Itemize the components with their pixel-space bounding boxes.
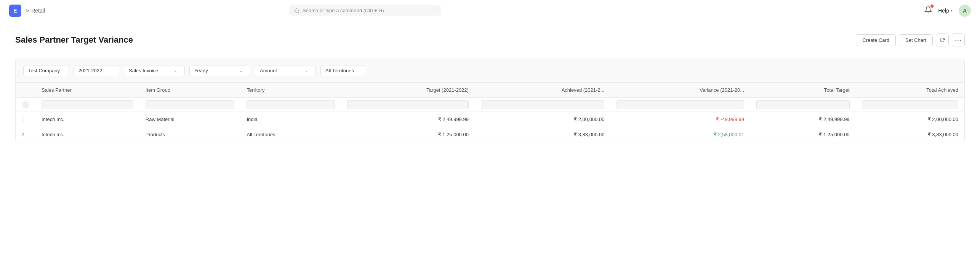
- topnav-right: Help ▾ A: [924, 5, 971, 17]
- doctype-filter[interactable]: Sales Invoice ⌄: [124, 65, 185, 76]
- filter-cell-ach[interactable]: [475, 98, 610, 112]
- table-row: 2 Intech Inc. Products All Territories ₹…: [16, 127, 964, 142]
- cell-item-group: Products: [139, 127, 241, 142]
- cell-sales-partner: Intech Inc.: [35, 127, 139, 142]
- notification-badge: [930, 5, 934, 8]
- create-card-button[interactable]: Create Card: [856, 34, 896, 46]
- cell-total-achieved: ₹ 3,83,000.00: [856, 127, 964, 142]
- search-icon: [294, 8, 299, 13]
- cell-variance: ₹ 2,58,000.01: [610, 127, 750, 142]
- value-chevron-icon: ⌄: [305, 69, 308, 73]
- refresh-button[interactable]: [936, 33, 949, 46]
- page-header: Sales Partner Target Variance Create Car…: [15, 33, 965, 46]
- doctype-chevron-icon: ⌄: [174, 69, 177, 73]
- app-logo[interactable]: E: [9, 5, 21, 17]
- page-title: Sales Partner Target Variance: [15, 35, 133, 45]
- filter-cell-ter[interactable]: [240, 98, 341, 112]
- cell-sales-partner: Intech Inc.: [35, 112, 139, 127]
- cell-variance: ₹ -49,999.99: [610, 112, 750, 127]
- cell-target: ₹ 2,49,999.99: [341, 112, 475, 127]
- cell-num: 1: [16, 112, 35, 127]
- breadcrumb: > Retail: [26, 8, 45, 14]
- set-chart-button[interactable]: Set Chart: [899, 34, 933, 46]
- year-filter[interactable]: 2021-2022: [74, 65, 119, 76]
- table-header-row: Sales Partner Item Group Territory Targe…: [16, 83, 964, 98]
- filter-cell-sp[interactable]: [35, 98, 139, 112]
- cell-num: 2: [16, 127, 35, 142]
- table-filter-row: [16, 98, 964, 112]
- col-total-target: Total Target: [750, 83, 856, 98]
- search-bar[interactable]: Search or type a command (Ctrl + G): [289, 5, 441, 16]
- ellipsis-icon: ···: [955, 36, 962, 44]
- topnav: E > Retail Search or type a command (Ctr…: [0, 0, 980, 21]
- period-chevron-icon: ⌄: [239, 69, 242, 73]
- help-chevron-icon: ▾: [951, 8, 953, 13]
- filter-section: Test Company 2021-2022 Sales Invoice ⌄ Y…: [16, 59, 964, 83]
- cell-target: ₹ 1,25,000.00: [341, 127, 475, 142]
- data-table: Sales Partner Item Group Territory Targe…: [16, 83, 964, 142]
- filter-cell-ig[interactable]: [139, 98, 241, 112]
- cell-territory: All Territories: [240, 127, 341, 142]
- value-filter[interactable]: Amount ⌄: [255, 65, 316, 76]
- cell-total-achieved: ₹ 2,00,000.00: [856, 112, 964, 127]
- page-content: Sales Partner Target Variance Create Car…: [0, 21, 980, 155]
- col-item-group: Item Group: [139, 83, 241, 98]
- filter-cell-ta[interactable]: [856, 98, 964, 112]
- col-achieved: Achieved (2021-2...: [475, 83, 610, 98]
- col-num: [16, 83, 35, 98]
- results-table: Sales Partner Item Group Territory Targe…: [16, 83, 964, 142]
- cell-achieved: ₹ 3,83,000.00: [475, 127, 610, 142]
- cell-total-target: ₹ 1,25,000.00: [750, 127, 856, 142]
- filter-cell-var[interactable]: [610, 98, 750, 112]
- cell-territory: India: [240, 112, 341, 127]
- avatar[interactable]: A: [959, 5, 971, 17]
- col-territory: Territory: [240, 83, 341, 98]
- col-target: Target (2021-2022): [341, 83, 475, 98]
- breadcrumb-separator: >: [26, 8, 29, 14]
- breadcrumb-item[interactable]: Retail: [31, 8, 45, 14]
- filter-row: Test Company 2021-2022 Sales Invoice ⌄ Y…: [23, 65, 957, 76]
- company-filter[interactable]: Test Company: [23, 65, 69, 76]
- filter-cell-num: [16, 98, 35, 112]
- search-placeholder: Search or type a command (Ctrl + G): [303, 8, 384, 13]
- filter-cell-tgt[interactable]: [341, 98, 475, 112]
- notification-icon[interactable]: [924, 6, 932, 15]
- svg-line-1: [298, 11, 299, 13]
- col-sales-partner: Sales Partner: [35, 83, 139, 98]
- svg-point-0: [295, 8, 298, 12]
- col-variance: Variance (2021-20...: [610, 83, 750, 98]
- header-actions: Create Card Set Chart ···: [856, 33, 965, 46]
- col-total-achieved: Total Achieved: [856, 83, 964, 98]
- territory-filter[interactable]: All Territories: [320, 65, 366, 76]
- period-filter[interactable]: Yearly ⌄: [189, 65, 250, 76]
- refresh-icon: [940, 37, 945, 43]
- filter-cell-tt[interactable]: [750, 98, 856, 112]
- cell-item-group: Raw Material: [139, 112, 241, 127]
- help-button[interactable]: Help ▾: [938, 8, 953, 14]
- more-options-button[interactable]: ···: [952, 33, 965, 46]
- cell-achieved: ₹ 2,00,000.00: [475, 112, 610, 127]
- cell-total-target: ₹ 2,49,999.99: [750, 112, 856, 127]
- table-row: 1 Intech Inc. Raw Material India ₹ 2,49,…: [16, 112, 964, 127]
- main-section: Test Company 2021-2022 Sales Invoice ⌄ Y…: [15, 59, 965, 142]
